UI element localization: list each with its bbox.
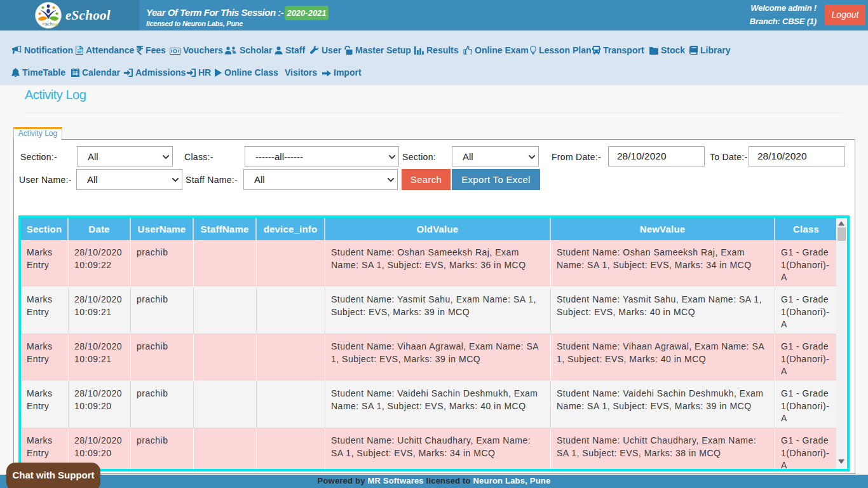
- svg-text:ool: ool: [51, 22, 58, 27]
